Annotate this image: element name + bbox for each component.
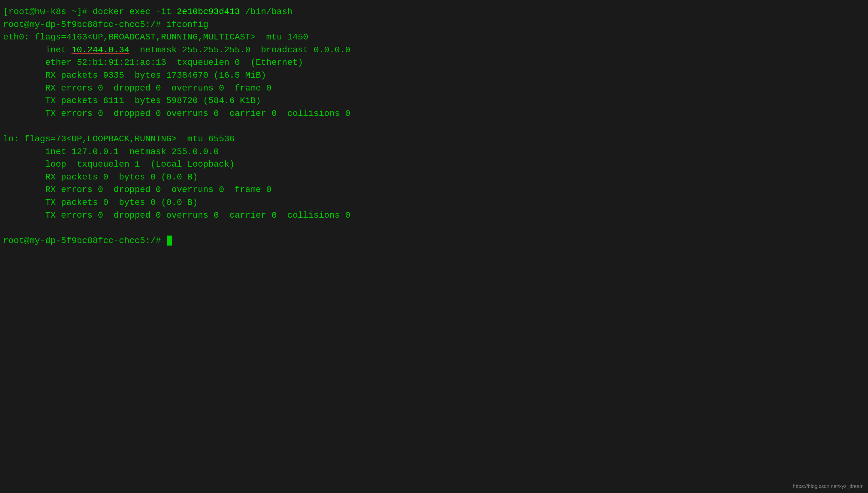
line-eth0-tx-packets: TX packets 8111 bytes 598720 (584.6 KiB) <box>3 94 865 107</box>
line-text-before: [root@hw-k8s ~]# docker exec -it <box>3 7 177 17</box>
line-eth0-flags: eth0: flags=4163<UP,BROADCAST,RUNNING,MU… <box>3 31 865 44</box>
terminal-cursor <box>167 236 172 245</box>
container-id: 2e10bc93d413 <box>177 7 240 17</box>
line-lo-inet: inet 127.0.0.1 netmask 255.0.0.0 <box>3 146 865 158</box>
line-docker-exec: [root@hw-k8s ~]# docker exec -it 2e10bc9… <box>3 6 865 19</box>
line-lo-tx-errors: TX errors 0 dropped 0 overruns 0 carrier… <box>3 209 865 222</box>
line-lo-rx-errors: RX errors 0 dropped 0 overruns 0 frame 0 <box>3 184 865 196</box>
line-eth0-ether: ether 52:b1:91:21:ac:13 txqueuelen 0 (Et… <box>3 57 865 69</box>
line-eth0-rx-packets: RX packets 9335 bytes 17384670 (16.5 MiB… <box>3 69 865 82</box>
line-eth0-tx-errors: TX errors 0 dropped 0 overruns 0 carrier… <box>3 107 865 120</box>
final-prompt-text: root@my-dp-5f9bc88fcc-chcc5:/# <box>3 236 166 245</box>
line-text-after: /bin/bash <box>240 7 292 17</box>
watermark: https://blog.csdn.net/xyz_dream <box>793 483 864 490</box>
line-lo-rx-packets: RX packets 0 bytes 0 (0.0 B) <box>3 171 865 184</box>
ip-address: 10.244.0.34 <box>71 45 129 55</box>
inet-prefix: inet <box>3 45 71 55</box>
line-final-prompt: root@my-dp-5f9bc88fcc-chcc5:/# <box>3 235 865 248</box>
line-eth0-rx-errors: RX errors 0 dropped 0 overruns 0 frame 0 <box>3 82 865 95</box>
line-lo-loop: loop txqueuelen 1 (Local Loopback) <box>3 158 865 171</box>
line-eth0-inet: inet 10.244.0.34 netmask 255.255.255.0 b… <box>3 44 865 57</box>
empty-line-1 <box>3 120 865 133</box>
line-prompt-ifconfig: root@my-dp-5f9bc88fcc-chcc5:/# ifconfig <box>3 19 865 31</box>
empty-line-2 <box>3 222 865 235</box>
inet-suffix: netmask 255.255.255.0 broadcast 0.0.0.0 <box>129 45 350 55</box>
line-lo-flags: lo: flags=73<UP,LOOPBACK,RUNNING> mtu 65… <box>3 133 865 146</box>
terminal-window: [root@hw-k8s ~]# docker exec -it 2e10bc9… <box>3 6 865 247</box>
line-lo-tx-packets: TX packets 0 bytes 0 (0.0 B) <box>3 196 865 209</box>
